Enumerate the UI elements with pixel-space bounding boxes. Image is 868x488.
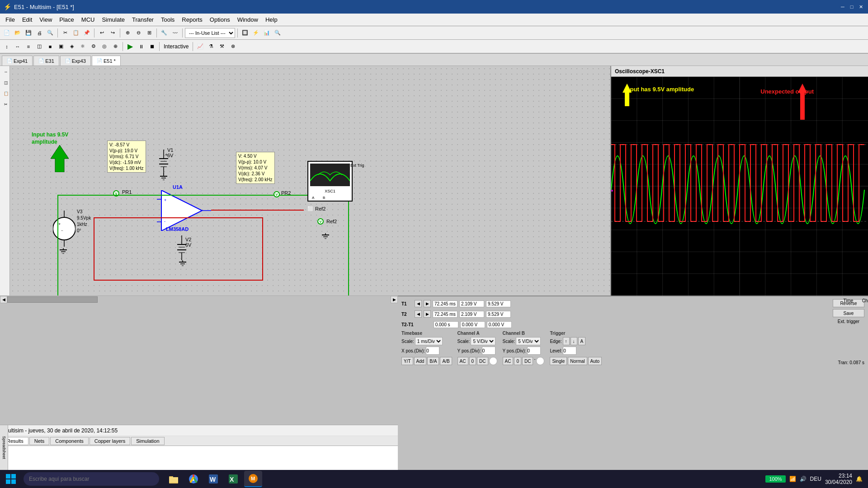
trigger-edge-fall[interactable]: ↓: [571, 337, 577, 345]
analysis-btn[interactable]: ⚗: [206, 42, 216, 52]
misc-btn1[interactable]: ■: [45, 42, 55, 52]
save-osc-button[interactable]: Save: [833, 309, 864, 317]
chb-ac-button[interactable]: AC: [503, 357, 514, 365]
chb-ypos-input[interactable]: [527, 347, 541, 355]
grapher-btn2[interactable]: 📈: [195, 42, 205, 52]
single-button[interactable]: Single: [550, 357, 567, 365]
zoom-fit-button[interactable]: ⊞: [144, 28, 154, 38]
taskbar-app-file-explorer[interactable]: [165, 471, 183, 487]
new-button[interactable]: 📄: [2, 28, 12, 38]
misc-btn8[interactable]: ⊗: [228, 42, 238, 52]
trigger-level-input[interactable]: [563, 347, 576, 355]
component-button[interactable]: 🔧: [159, 28, 169, 38]
tab-exp41[interactable]: 📄 Exp41: [2, 56, 33, 66]
menu-place[interactable]: Place: [56, 14, 78, 26]
sidebar-btn-4[interactable]: ✂: [1, 99, 11, 109]
normal-button[interactable]: Normal: [568, 357, 587, 365]
menu-transfer[interactable]: Transfer: [128, 14, 157, 26]
menu-reports[interactable]: Reports: [178, 14, 206, 26]
misc-btn3[interactable]: ◈: [67, 42, 77, 52]
postproc-btn[interactable]: ⚒: [217, 42, 227, 52]
t2-left-btn[interactable]: ◀: [415, 310, 422, 318]
print-preview-button[interactable]: 🔍: [45, 28, 55, 38]
chb-scale-select[interactable]: 5 V/Div: [516, 337, 541, 345]
auto-button[interactable]: Auto: [588, 357, 602, 365]
trigger-edge-a[interactable]: A: [578, 337, 586, 345]
menu-mcu[interactable]: MCU: [78, 14, 99, 26]
cha-ypos-input[interactable]: [482, 347, 495, 355]
minimize-button[interactable]: ─: [839, 3, 846, 10]
misc-btn7[interactable]: ⊕: [110, 42, 120, 52]
search-button[interactable]: 🔍: [273, 28, 283, 38]
tab-exp43[interactable]: 📄 Exp43: [60, 56, 91, 66]
cut-button[interactable]: ✂: [60, 28, 70, 38]
misc-btn6[interactable]: ◎: [99, 42, 109, 52]
paste-button[interactable]: 📌: [82, 28, 92, 38]
add-button[interactable]: Add: [414, 357, 427, 365]
zoom-in-button[interactable]: ⊕: [123, 28, 132, 38]
open-button[interactable]: 📂: [13, 28, 23, 38]
taskbar-app-multisim[interactable]: M: [244, 471, 262, 487]
ab-button[interactable]: A/B: [440, 357, 452, 365]
menu-edit[interactable]: Edit: [19, 14, 36, 26]
taskbar-app-word[interactable]: W: [204, 471, 222, 487]
sidebar-btn-1[interactable]: ↔: [1, 67, 11, 77]
scroll-right-btn[interactable]: ▶: [391, 296, 398, 303]
save-button[interactable]: 💾: [24, 28, 33, 38]
timebase-scale-select[interactable]: 1 ms/Div: [415, 337, 443, 345]
menu-tools[interactable]: Tools: [157, 14, 178, 26]
start-button[interactable]: [0, 470, 22, 488]
yt-button[interactable]: Y/T: [401, 357, 413, 365]
scroll-left-btn[interactable]: ◀: [0, 296, 7, 303]
layer-button[interactable]: ◫: [34, 42, 44, 52]
undo-button[interactable]: ↩: [97, 28, 107, 38]
tab-nets[interactable]: Nets: [29, 437, 50, 445]
tab-simulation[interactable]: Simulation: [131, 437, 164, 445]
sidebar-btn-3[interactable]: 📋: [1, 89, 11, 99]
cha-scale-select[interactable]: 5 V/Div: [471, 337, 495, 345]
close-button[interactable]: ✕: [857, 3, 864, 10]
schematic-scrollbar[interactable]: ◀ ▶: [0, 296, 398, 303]
cha-circle[interactable]: [489, 357, 497, 365]
menu-help[interactable]: Help: [262, 14, 281, 26]
menu-window[interactable]: Window: [234, 14, 262, 26]
maximize-button[interactable]: □: [848, 3, 855, 10]
taskbar-app-chrome[interactable]: [184, 471, 203, 487]
cha-ac-button[interactable]: AC: [458, 357, 468, 365]
schematic-canvas[interactable]: Input has 9.5Vamplitude V: -8.57 V V(p-p…: [10, 66, 610, 296]
trigger-edge-rise[interactable]: ↑: [563, 337, 570, 345]
stop-button[interactable]: ◼: [147, 42, 157, 52]
chb-zero-button[interactable]: 0: [514, 357, 521, 365]
misc-btn5[interactable]: ⚙: [89, 42, 99, 52]
search-input[interactable]: [24, 472, 159, 486]
sidebar-btn-2[interactable]: ◫: [1, 78, 11, 88]
ba-button[interactable]: B/A: [427, 357, 439, 365]
redo-button[interactable]: ↪: [108, 28, 118, 38]
tab-copper-layers[interactable]: Copper layers: [90, 437, 130, 445]
t1-left-btn[interactable]: ◀: [415, 300, 422, 307]
menu-view[interactable]: View: [36, 14, 56, 26]
cha-dc-button[interactable]: DC: [477, 357, 488, 365]
align-button[interactable]: ≡: [24, 42, 33, 52]
run-button[interactable]: ▶: [125, 42, 135, 52]
misc-btn4[interactable]: ⚛: [78, 42, 88, 52]
print-button[interactable]: 🖨: [34, 28, 44, 38]
flip-button[interactable]: ↔: [13, 42, 23, 52]
menu-file[interactable]: File: [2, 14, 19, 26]
design-button[interactable]: 🔲: [240, 28, 250, 38]
rotate-button[interactable]: ↕: [2, 42, 12, 52]
t2-right-btn[interactable]: ▶: [424, 310, 431, 318]
title-controls[interactable]: ─ □ ✕: [839, 3, 864, 10]
tab-e31[interactable]: 📄 E31: [33, 56, 59, 66]
in-use-list[interactable]: --- In-Use List ---: [185, 28, 235, 38]
simulate-btn2[interactable]: ⚡: [251, 28, 261, 38]
grapher-button[interactable]: 📊: [262, 28, 272, 38]
notification-icon[interactable]: 🔔: [856, 476, 863, 482]
chb-circle[interactable]: [536, 357, 544, 365]
misc-btn2[interactable]: ▣: [56, 42, 66, 52]
zoom-out-button[interactable]: ⊖: [133, 28, 143, 38]
wire-button[interactable]: 〰: [170, 28, 180, 38]
tab-e51[interactable]: 📄 E51 *: [92, 56, 121, 66]
scrollbar-thumb[interactable]: [7, 296, 98, 303]
spreadsheet-tab[interactable]: Spreadsheet: [0, 425, 8, 470]
